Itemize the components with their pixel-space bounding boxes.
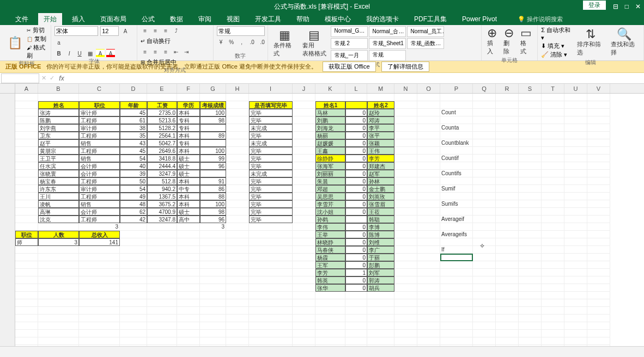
indent-inc-icon[interactable]: ⇥: [182, 47, 191, 56]
cell-R28[interactable]: [496, 299, 519, 307]
cell-I25[interactable]: [249, 276, 293, 284]
cell-O9[interactable]: [417, 155, 440, 162]
cell-U26[interactable]: [564, 284, 587, 292]
cell-I11[interactable]: 未完成: [249, 170, 293, 177]
cell-I9[interactable]: 完毕: [249, 155, 293, 162]
sort-filter-button[interactable]: ⇅排序和筛选: [575, 27, 606, 58]
cell-D26[interactable]: [120, 284, 147, 292]
cell-L19[interactable]: 0: [345, 231, 367, 238]
cell-B21[interactable]: [38, 246, 79, 254]
cell-M25[interactable]: 郭涛: [367, 276, 394, 284]
tab-layout[interactable]: 页面布局: [95, 13, 132, 26]
cell-F14[interactable]: 本科: [177, 193, 200, 200]
col-header-H[interactable]: H: [226, 84, 249, 93]
cell-C8[interactable]: 工程师: [79, 147, 120, 155]
cell-N23[interactable]: [394, 261, 417, 269]
cell-T19[interactable]: [542, 231, 564, 238]
cell-A20[interactable]: 师: [15, 238, 38, 246]
cell-H26[interactable]: [226, 284, 249, 292]
cell-N2[interactable]: [394, 101, 417, 109]
cell-U20[interactable]: [564, 238, 587, 246]
worksheet-grid[interactable]: ABCDEFGHIJKLMNOPQRSTUV 姓名职位年龄工资学历考核成绩是否填…: [0, 84, 644, 346]
cell-E14[interactable]: 1367.5: [147, 193, 177, 200]
cell-N19[interactable]: [394, 231, 417, 238]
cell-G16[interactable]: 98: [200, 208, 226, 216]
cell-G25[interactable]: [200, 276, 226, 284]
cell-G23[interactable]: [200, 261, 226, 269]
cell-R8[interactable]: [496, 147, 519, 155]
cell-A6[interactable]: [15, 132, 38, 139]
cell-S10[interactable]: [519, 162, 542, 170]
cell-E15[interactable]: 3675.2: [147, 200, 177, 208]
cell-B10[interactable]: 任水滨: [38, 162, 79, 170]
cell-N5[interactable]: [394, 124, 417, 132]
cell-G30[interactable]: [200, 315, 226, 322]
cell-M31[interactable]: [367, 322, 394, 330]
cell-J14[interactable]: [293, 193, 315, 200]
cell-Q24[interactable]: [473, 269, 496, 276]
cell-L21[interactable]: 0: [345, 246, 367, 254]
cell-V11[interactable]: [587, 170, 610, 177]
cell-H2[interactable]: [226, 101, 249, 109]
cell-R13[interactable]: [496, 185, 519, 193]
cell-U32[interactable]: [564, 330, 587, 337]
cell-J22[interactable]: [293, 254, 315, 261]
cell-Q8[interactable]: [473, 147, 496, 155]
cell-B1[interactable]: [38, 94, 79, 101]
cell-E23[interactable]: [147, 261, 177, 269]
cell-N16[interactable]: [394, 208, 417, 216]
cell-K1[interactable]: [315, 94, 345, 101]
cell-B30[interactable]: [38, 315, 79, 322]
cell-M20[interactable]: 刘维: [367, 238, 394, 246]
cell-D9[interactable]: 54: [120, 155, 147, 162]
cell-D3[interactable]: 45: [120, 109, 147, 116]
cell-H16[interactable]: [226, 208, 249, 216]
cell-M33[interactable]: [367, 337, 394, 345]
style-cell[interactable]: 常规_函数…: [407, 38, 444, 49]
cell-T27[interactable]: [542, 292, 564, 299]
cell-G15[interactable]: 100: [200, 200, 226, 208]
cell-I30[interactable]: [249, 315, 293, 322]
cell-U11[interactable]: [564, 170, 587, 177]
cell-P16[interactable]: [440, 208, 473, 216]
cell-C16[interactable]: 会计师: [79, 208, 120, 216]
cell-N24[interactable]: [394, 269, 417, 276]
cell-A21[interactable]: [15, 246, 38, 254]
cell-Q22[interactable]: [473, 254, 496, 261]
tab-review[interactable]: 审阅: [193, 13, 217, 26]
cell-O17[interactable]: [417, 216, 440, 223]
cell-R22[interactable]: [496, 254, 519, 261]
cell-A16[interactable]: [15, 208, 38, 216]
cell-F22[interactable]: [177, 254, 200, 261]
cell-Q33[interactable]: [473, 337, 496, 345]
cell-P20[interactable]: [440, 238, 473, 246]
cell-T1[interactable]: [542, 94, 564, 101]
cell-P18[interactable]: [440, 223, 473, 231]
cell-J18[interactable]: [293, 223, 315, 231]
cell-S31[interactable]: [519, 322, 542, 330]
cell-B18[interactable]: [38, 223, 79, 231]
cell-R27[interactable]: [496, 292, 519, 299]
cell-G7[interactable]: [200, 139, 226, 147]
cell-V24[interactable]: [587, 269, 610, 276]
align-bot-icon[interactable]: ≡: [161, 26, 170, 35]
cell-V31[interactable]: [587, 322, 610, 330]
cell-G9[interactable]: 99: [200, 155, 226, 162]
cell-C17[interactable]: 工程师: [79, 216, 120, 223]
cell-J20[interactable]: [293, 238, 315, 246]
cell-L3[interactable]: 0: [345, 109, 367, 116]
cell-P30[interactable]: [440, 315, 473, 322]
cell-K22[interactable]: 杨霞: [315, 254, 345, 261]
cell-L13[interactable]: 0: [345, 185, 367, 193]
cell-O15[interactable]: [417, 200, 440, 208]
cell-L22[interactable]: 0: [345, 254, 367, 261]
cell-J3[interactable]: [293, 109, 315, 116]
cell-T25[interactable]: [542, 276, 564, 284]
cell-D22[interactable]: [120, 254, 147, 261]
cell-I12[interactable]: 完毕: [249, 177, 293, 185]
cell-P11[interactable]: Countifs: [440, 170, 473, 177]
cell-F16[interactable]: 硕士: [177, 208, 200, 216]
cell-Q5[interactable]: [473, 124, 496, 132]
cell-H8[interactable]: [226, 147, 249, 155]
cell-F18[interactable]: [177, 223, 200, 231]
